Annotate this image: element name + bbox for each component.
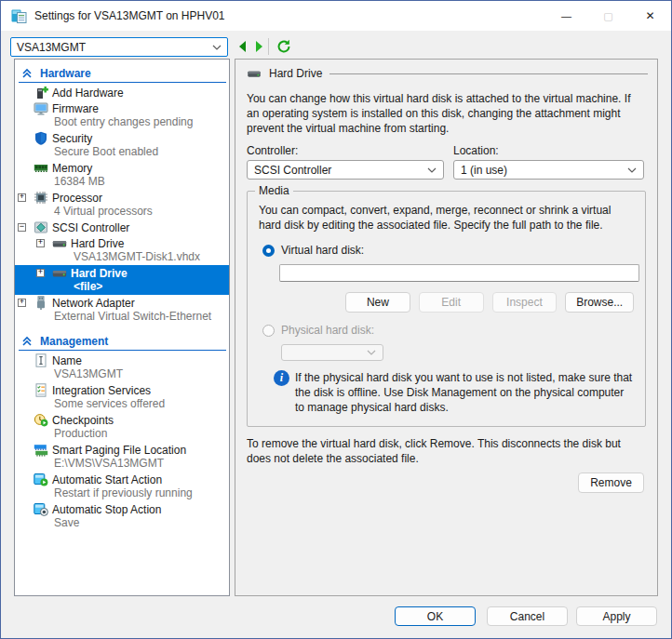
tree-item-subtext: Save bbox=[15, 516, 229, 530]
tree-item-hard-drive-2-selected[interactable]: + Hard Drive <file> bbox=[15, 265, 229, 295]
location-label: Location: bbox=[453, 144, 644, 157]
tree-item-processor[interactable]: + Processor 4 Virtual processors bbox=[15, 190, 229, 220]
chevron-down-icon bbox=[367, 350, 376, 355]
tree-item-scsi-controller[interactable]: − SCSI Controller bbox=[15, 220, 229, 235]
tree-item-integration-services[interactable]: Integration Services Some services offer… bbox=[15, 382, 229, 412]
physical-hard-disk-radio: Physical hard disk: bbox=[262, 324, 634, 337]
tree-item-subtext: 16384 MB bbox=[15, 175, 229, 189]
tree-item-subtext: E:\VMS\VSA13MGMT bbox=[15, 457, 229, 471]
tree-item-subtext: 4 Virtual processors bbox=[15, 205, 229, 219]
physical-disk-select bbox=[281, 344, 383, 361]
hard-drive-settings-panel: Hard Drive You can change how this virtu… bbox=[235, 59, 658, 596]
expand-icon[interactable]: + bbox=[18, 193, 26, 202]
panel-header: Hard Drive bbox=[247, 67, 648, 80]
tree-item-network-adapter[interactable]: + Network Adapter External Virtual Switc… bbox=[15, 295, 229, 325]
expand-icon[interactable]: + bbox=[36, 239, 45, 247]
tree-item-subtext: VSA13MGMT-Disk1.vhdx bbox=[15, 250, 229, 264]
media-groupbox-label: Media bbox=[255, 184, 293, 197]
vm-selector-value: VSA13MGMT bbox=[17, 41, 212, 54]
apply-button[interactable]: Apply bbox=[576, 606, 657, 626]
virtual-disk-path-input[interactable] bbox=[279, 264, 639, 282]
inspect-button: Inspect bbox=[492, 292, 558, 313]
collapse-chevron-icon bbox=[21, 68, 33, 79]
cancel-button[interactable]: Cancel bbox=[487, 606, 568, 626]
add-hardware-icon bbox=[34, 86, 48, 100]
chevron-down-icon bbox=[627, 167, 637, 173]
chevron-down-icon bbox=[427, 167, 437, 173]
panel-title: Hard Drive bbox=[269, 67, 322, 80]
integration-services-icon bbox=[34, 383, 48, 397]
section-underline bbox=[19, 82, 226, 83]
tree-item-memory[interactable]: Memory 16384 MB bbox=[15, 160, 229, 190]
new-button[interactable]: New bbox=[345, 292, 410, 313]
tree-item-hard-drive-1[interactable]: + Hard Drive VSA13MGMT-Disk1.vhdx bbox=[15, 235, 229, 265]
hyperv-settings-icon bbox=[11, 8, 27, 24]
location-select[interactable]: 1 (in use) bbox=[453, 160, 644, 180]
tree-item-subtext: Some services offered bbox=[15, 397, 229, 411]
name-icon bbox=[34, 353, 48, 367]
ok-button[interactable]: OK bbox=[395, 606, 476, 626]
tree-item-subtext: Secure Boot enabled bbox=[15, 145, 229, 159]
smart-paging-icon bbox=[34, 443, 48, 457]
refresh-icon[interactable] bbox=[276, 39, 291, 54]
tree-item-auto-start[interactable]: Automatic Start Action Restart if previo… bbox=[15, 472, 229, 501]
title-bar: Settings for VSA13MGMT on HPHV01 — ▢ ✕ bbox=[1, 1, 671, 31]
minimize-button[interactable]: — bbox=[545, 1, 587, 31]
tree-item-subtext: Boot entry changes pending bbox=[15, 115, 229, 129]
edit-button: Edit bbox=[419, 292, 484, 313]
radio-disabled-icon bbox=[262, 325, 275, 337]
controller-select[interactable]: SCSI Controller bbox=[247, 160, 444, 180]
network-adapter-icon bbox=[34, 296, 48, 310]
navigate-back-icon[interactable] bbox=[235, 39, 250, 54]
tree-item-subtext: Restart if previously running bbox=[15, 486, 229, 500]
memory-icon bbox=[34, 161, 48, 175]
section-label: Management bbox=[40, 335, 108, 348]
info-note: i If the physical hard disk you want to … bbox=[274, 370, 634, 415]
tree-item-checkpoints[interactable]: Checkpoints Production bbox=[15, 412, 229, 442]
section-hardware[interactable]: Hardware bbox=[15, 62, 229, 81]
toolbar: VSA13MGMT bbox=[1, 31, 671, 59]
navigate-forward-icon[interactable] bbox=[251, 39, 266, 54]
expand-icon[interactable]: + bbox=[18, 299, 26, 307]
tree-item-subtext: Production bbox=[15, 427, 229, 441]
window-title: Settings for VSA13MGMT on HPHV01 bbox=[34, 9, 225, 22]
processor-icon bbox=[34, 191, 48, 205]
section-underline bbox=[19, 350, 226, 351]
virtual-hard-disk-radio[interactable]: Virtual hard disk: bbox=[262, 244, 634, 257]
tree-item-security[interactable]: Security Secure Boot enabled bbox=[15, 130, 229, 160]
tree-item-subtext: <file> bbox=[15, 280, 229, 294]
remove-note-text: To remove the virtual hard disk, click R… bbox=[247, 436, 642, 466]
hard-drive-icon bbox=[247, 67, 262, 80]
tree-item-subtext: External Virtual Switch-Ethernet bbox=[15, 310, 229, 324]
vm-selector-combobox[interactable]: VSA13MGMT bbox=[10, 37, 228, 57]
tree-item-add-hardware[interactable]: Add Hardware bbox=[15, 85, 229, 100]
info-icon: i bbox=[274, 370, 289, 386]
media-groupbox: Media You can compact, convert, expand, … bbox=[247, 191, 646, 427]
header-rule bbox=[329, 73, 648, 74]
remove-button[interactable]: Remove bbox=[578, 473, 644, 493]
info-text: If the physical hard disk you want to us… bbox=[295, 370, 634, 415]
tree-item-auto-stop[interactable]: Automatic Stop Action Save bbox=[15, 501, 229, 531]
collapse-chevron-icon bbox=[21, 336, 33, 347]
controller-label: Controller: bbox=[247, 144, 444, 157]
media-intro-text: You can compact, convert, expand, merge,… bbox=[259, 203, 634, 233]
hard-drive-icon bbox=[52, 266, 67, 280]
tree-item-smart-paging[interactable]: Smart Paging File Location E:\VMS\VSA13M… bbox=[15, 442, 229, 472]
tree-item-firmware[interactable]: Firmware Boot entry changes pending bbox=[15, 100, 229, 130]
browse-button[interactable]: Browse... bbox=[565, 292, 634, 313]
radio-selected-icon bbox=[262, 245, 275, 257]
collapse-icon[interactable]: − bbox=[18, 223, 26, 232]
hard-drive-icon bbox=[52, 236, 67, 250]
firmware-icon bbox=[34, 101, 48, 115]
tree-item-name[interactable]: Name VSA13MGMT bbox=[15, 353, 229, 382]
panel-intro-text: You can change how this virtual hard dis… bbox=[247, 91, 644, 136]
close-button[interactable]: ✕ bbox=[629, 1, 671, 31]
auto-stop-icon bbox=[34, 502, 48, 516]
toolbar-separator bbox=[268, 38, 269, 55]
tree-item-subtext: VSA13MGMT bbox=[15, 367, 229, 381]
settings-tree: Hardware Add Hardware Firmware bbox=[14, 59, 230, 596]
expand-icon[interactable]: + bbox=[36, 269, 45, 277]
scsi-controller-icon bbox=[34, 220, 48, 234]
auto-start-icon bbox=[34, 473, 48, 486]
section-management[interactable]: Management bbox=[15, 330, 229, 349]
